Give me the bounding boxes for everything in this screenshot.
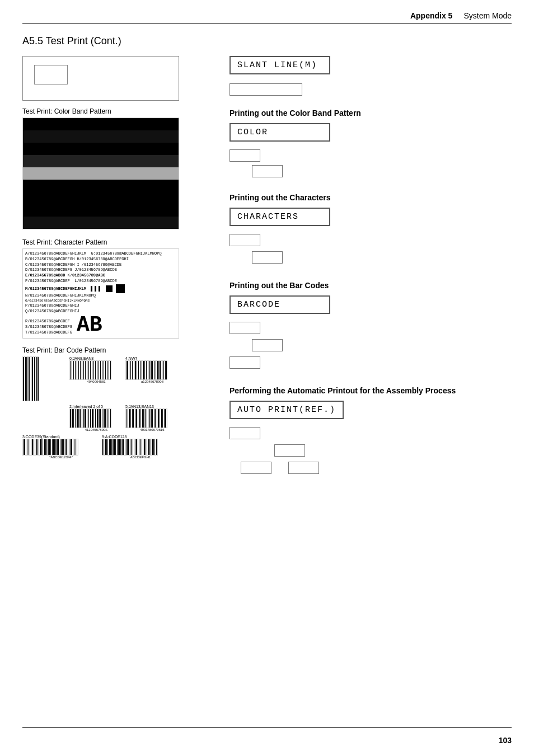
char-line-r: R/0123456789@ABCDEF	[25, 319, 72, 325]
bc-sub-box	[229, 322, 512, 370]
band-9	[23, 217, 179, 229]
barcode-grid: 0:JAN8,EAN8 4940004581 4:NW7 a1234567890…	[22, 356, 179, 459]
page-number: 103	[499, 736, 512, 745]
char-line-f: F/0123456789@ABCDEF L/0123456789@ABCDE	[25, 279, 176, 284]
bc-img-5	[125, 408, 167, 428]
chars-rect-1	[229, 234, 260, 246]
bc-label-4: 4:NW7	[125, 356, 179, 360]
barcode-row-2: 2:Interleaved 2 of 5 41234567890S 5:JAN1…	[22, 405, 179, 431]
barcode-left-tall	[22, 356, 67, 401]
char-line-e: E/0123456789@ABCD K/0123456789@ABC	[25, 273, 176, 279]
characters-lcd: CHARACTERS	[229, 208, 330, 226]
char-line-n: N/0123456789@ABCDEFGHIJKLMNOPQ	[25, 293, 176, 299]
auto-sub-box	[229, 427, 512, 474]
section-title: A5.5 Test Print (Cont.)	[22, 35, 512, 47]
black-square-1	[106, 285, 113, 292]
bc-label-2: 2:Interleaved 2 of 5	[69, 405, 123, 408]
bc-rect-3	[229, 356, 260, 369]
bc-num-2: 41234567890S	[69, 428, 123, 431]
color-section-title: Printing out the Color Band Pattern	[229, 109, 512, 118]
char-line-p: P/0123456789@ABCDEFGHIJ	[25, 303, 176, 309]
color-band-pattern	[22, 118, 179, 229]
left-column: Test Print: Color Band Pattern Test Prin…	[22, 56, 213, 490]
slant-sub-box	[229, 83, 512, 97]
bc-img-4	[125, 360, 167, 380]
chars-sub-box	[229, 234, 512, 265]
bottom-divider	[22, 727, 512, 728]
auto-rect-2	[274, 444, 305, 457]
band-1	[23, 118, 179, 130]
bc-label-9a: 9:A:CODE128	[102, 435, 179, 439]
barcode-section: Printing out the Bar Codes BARCODE	[229, 281, 512, 370]
bc-label-0: 0:JAN8,EAN8	[69, 356, 123, 360]
band-7	[23, 192, 179, 204]
bc-num-9a: ABCDEFGH1	[102, 456, 179, 459]
bc-num-0: 4940004581	[69, 380, 123, 383]
auto-rect-3a	[241, 462, 271, 474]
auto-row-3	[229, 462, 512, 474]
characters-section: Printing out the Characters CHARACTERS	[229, 193, 512, 265]
char-line-o: O/0123456789@ABCDEFGHIJKLMNOPQRS	[25, 299, 176, 303]
bc-img-2	[69, 408, 111, 428]
auto-lcd: AUTO PRINT(REF.)	[229, 401, 344, 419]
bc-row-2	[229, 339, 512, 353]
right-column: SLANT LINE(M) Printing out the Color Ban…	[229, 56, 512, 490]
color-row-2	[229, 165, 512, 177]
char-line-rs: R/0123456789@ABCDEF S/0123456789@ABCDEFG…	[25, 314, 176, 336]
bc-img-0	[69, 360, 111, 380]
page-header: Appendix 5 System Mode	[22, 11, 512, 24]
bc-num-5: 4901480079516	[125, 428, 179, 431]
color-lcd: COLOR	[229, 123, 330, 142]
slant-lcd: SLANT LINE(M)	[229, 56, 330, 74]
color-sub-box	[229, 149, 512, 177]
bc-rect-2	[252, 339, 283, 351]
band-8	[23, 204, 179, 217]
band-3	[23, 143, 179, 155]
barcode-pattern-label: Test Print: Bar Code Pattern	[22, 346, 213, 354]
characters-section-title: Printing out the Characters	[229, 193, 512, 202]
barcode-row-1: 0:JAN8,EAN8 4940004581 4:NW7 a1234567890…	[22, 356, 179, 401]
section-name: Test Print (Cont.)	[43, 35, 121, 46]
bc-rect-1	[229, 322, 260, 334]
color-row-1	[229, 149, 512, 162]
slant-rect	[229, 83, 302, 96]
auto-rect-1	[229, 427, 260, 439]
char-line-d: D/0123456789@ABCDEFG J/0123456789@ABCDE	[25, 267, 176, 273]
auto-row-2	[229, 444, 512, 458]
top-illustration-box	[22, 56, 179, 101]
barcode-row-3: 3:CODE39(Standard) *ABCDE12344* 9:A:CODE…	[22, 435, 179, 459]
bc-label-3: 3:CODE39(Standard)	[22, 435, 100, 439]
color-rect-2	[252, 165, 283, 177]
color-rect-1	[229, 149, 260, 162]
auto-rect-3b	[288, 462, 319, 474]
chars-row-2	[229, 251, 512, 265]
bc-num-4: a12345678908	[125, 380, 179, 383]
band-4	[23, 155, 179, 167]
inner-rect	[34, 65, 68, 84]
header-system-mode: System Mode	[463, 11, 512, 20]
auto-row-1	[229, 427, 512, 441]
header-appendix: Appendix 5	[410, 11, 452, 20]
char-pattern-label: Test Print: Character Pattern	[22, 238, 213, 246]
bc-img-3	[22, 439, 78, 456]
auto-section-title: Performing the Automatic Printout for th…	[229, 386, 512, 395]
char-line-a: A/0123456789@ABCDEFGHIJKLM G:0123456789@…	[25, 251, 176, 257]
page-container: Appendix 5 System Mode A5.5 Test Print (…	[0, 0, 534, 756]
bc-row-3	[229, 356, 512, 370]
char-line-t: T/0123456789@ABCDEFG	[25, 330, 72, 336]
chars-rect-2	[252, 251, 283, 264]
char-line-m: M/0123456789@ABCDEFGHIJKLM	[25, 284, 176, 293]
slant-section: SLANT LINE(M)	[229, 56, 512, 97]
char-line-b: B/0123456789@ABCDEFGH H/0123456789@ABCDE…	[25, 257, 176, 262]
page-footer: 103	[499, 736, 512, 745]
bc-num-3: *ABCDE12344*	[22, 456, 100, 459]
bc-img-9a	[102, 439, 158, 456]
auto-section: Performing the Automatic Printout for th…	[229, 386, 512, 474]
band-6	[23, 180, 179, 192]
barcode-lcd: BARCODE	[229, 295, 330, 314]
bc-row-1	[229, 322, 512, 336]
large-ab: AB	[77, 314, 102, 336]
barcode-section-title: Printing out the Bar Codes	[229, 281, 512, 290]
content-columns: Test Print: Color Band Pattern Test Prin…	[22, 56, 512, 490]
chars-row-1	[229, 234, 512, 248]
